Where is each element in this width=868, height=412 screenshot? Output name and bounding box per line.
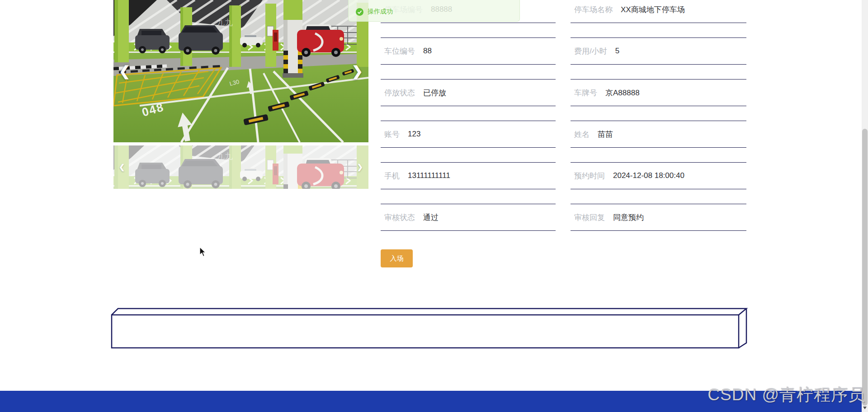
field-value: 通过 — [423, 212, 439, 223]
field-value: 同意预约 — [613, 212, 644, 223]
field-value: 13111111111 — [408, 171, 450, 180]
field-label: 停车场名称 — [574, 5, 613, 15]
success-toast: 操作成功 — [348, 0, 520, 22]
field-value: 已停放 — [423, 88, 446, 98]
csdn-watermark: CSDN @青柠程序员 — [708, 384, 865, 406]
field-parking-lot-name[interactable]: 停车场名称 XX商城地下停车场 — [571, 0, 746, 23]
carousel-next-button[interactable]: ❯ — [352, 65, 363, 78]
reservation-detail-form: 停车场编号 88888 停车场名称 XX商城地下停车场 车位编号 88 费用/小… — [381, 0, 746, 245]
thumbnail-next-button[interactable]: ❯ — [357, 160, 363, 174]
thumbnail-fade-overlay — [113, 145, 368, 189]
scrollbar-down-icon[interactable] — [863, 407, 867, 409]
field-value: 88 — [423, 47, 432, 56]
field-value: XX商城地下停车场 — [621, 5, 685, 15]
field-label: 审核回复 — [574, 212, 605, 223]
field-value: 苗苗 — [598, 129, 613, 140]
footer-3d-wireframe — [108, 305, 750, 355]
field-account[interactable]: 账号 123 — [381, 121, 556, 148]
form-row: 账号 123 姓名 苗苗 — [381, 121, 746, 148]
form-row: 审核状态 通过 审核回复 同意预约 — [381, 204, 746, 231]
field-label: 预约时间 — [574, 171, 605, 181]
field-phone[interactable]: 手机 13111111111 — [381, 162, 556, 189]
field-label: 姓名 — [574, 129, 590, 140]
field-label: 车位编号 — [384, 46, 415, 56]
field-value: 5 — [615, 47, 619, 56]
field-fee-per-hour[interactable]: 费用/小时 5 — [571, 37, 746, 65]
thumbnail-prev-button[interactable]: ❮ — [119, 160, 125, 174]
mouse-cursor — [199, 247, 208, 258]
field-space-no[interactable]: 车位编号 88 — [381, 37, 556, 65]
field-label: 停放状态 — [384, 88, 415, 98]
field-reserve-time[interactable]: 预约时间 2024-12-08 18:00:40 — [571, 162, 746, 189]
parking-photo-carousel: 048 L30 九九 ❮ ❯ — [113, 0, 368, 142]
field-audit-status[interactable]: 审核状态 通过 — [381, 204, 556, 231]
field-name[interactable]: 姓名 苗苗 — [571, 121, 746, 148]
thumbnail-carousel: ❮ ❯ — [113, 145, 368, 189]
scrollbar-thumb[interactable] — [862, 129, 868, 406]
scrollbar[interactable] — [862, 0, 868, 412]
carousel-prev-button[interactable]: ❮ — [119, 65, 130, 78]
field-label: 审核状态 — [384, 212, 415, 223]
field-parking-status[interactable]: 停放状态 已停放 — [381, 79, 556, 106]
page: 048 L30 九九 ❮ ❯ — [0, 0, 868, 412]
field-label: 账号 — [384, 129, 400, 140]
form-row: 车位编号 88 费用/小时 5 — [381, 37, 746, 65]
field-label: 车牌号 — [574, 88, 597, 98]
parking-garage-photo: 048 L30 九九 — [113, 0, 368, 142]
field-audit-reply[interactable]: 审核回复 同意预约 — [571, 204, 746, 231]
field-value: 2024-12-08 18:00:40 — [613, 171, 684, 180]
form-row: 手机 13111111111 预约时间 2024-12-08 18:00:40 — [381, 162, 746, 189]
enter-button[interactable]: 入场 — [381, 249, 413, 267]
toast-message: 操作成功 — [368, 8, 393, 16]
field-label: 费用/小时 — [574, 46, 607, 56]
field-value: 京A88888 — [605, 88, 640, 98]
field-value: 123 — [408, 130, 420, 139]
success-check-icon — [356, 8, 363, 16]
field-plate-no[interactable]: 车牌号 京A88888 — [571, 79, 746, 106]
form-row: 停放状态 已停放 车牌号 京A88888 — [381, 79, 746, 106]
field-label: 手机 — [384, 171, 400, 181]
